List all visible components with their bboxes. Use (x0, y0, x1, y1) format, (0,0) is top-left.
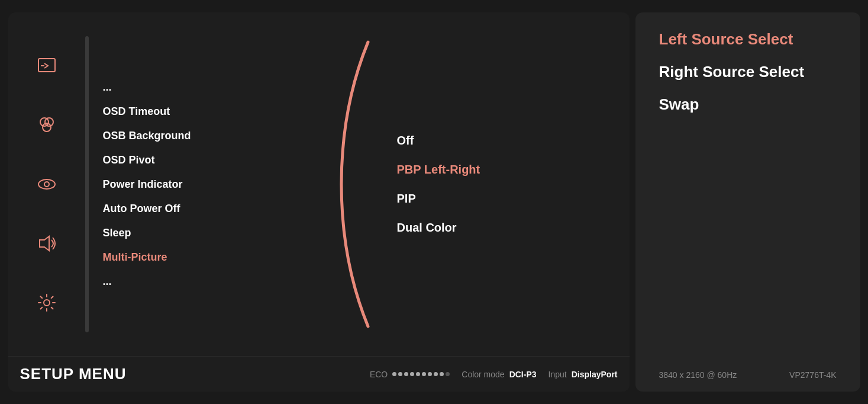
eco-dot-3 (404, 372, 408, 376)
color-icon[interactable] (32, 110, 62, 140)
eco-dot-5 (416, 372, 420, 376)
right-panel: Left Source Select Right Source Select S… (635, 12, 860, 392)
eco-dot-7 (428, 372, 432, 376)
eco-dots (392, 372, 450, 376)
input-icon[interactable] (32, 51, 62, 81)
menu-item-power-indicator[interactable]: Power Indicator (101, 174, 324, 195)
eye-icon[interactable] (32, 169, 62, 199)
svg-point-6 (44, 182, 49, 187)
eco-dot-6 (422, 372, 426, 376)
input-label: Input (548, 370, 567, 379)
eco-dot-8 (434, 372, 438, 376)
left-panel: ... OSD Timeout OSB Background OSD Pivot… (8, 12, 630, 392)
color-mode-indicator: Color mode DCI-P3 (462, 370, 536, 379)
menu-item-osd-timeout[interactable]: OSD Timeout (101, 101, 324, 123)
eco-label: ECO (370, 370, 388, 379)
menu-item-osb-background[interactable]: OSB Background (101, 125, 324, 147)
main-content: ... OSD Timeout OSB Background OSD Pivot… (8, 12, 630, 356)
audio-icon[interactable] (32, 229, 62, 258)
input-indicator: Input DisplayPort (548, 370, 618, 379)
menu-item-sleep[interactable]: Sleep (101, 222, 324, 244)
menu-item-osd-pivot[interactable]: OSD Pivot (101, 149, 324, 171)
setup-menu-title: SETUP MENU (20, 365, 127, 383)
option-pbp-left-right[interactable]: PBP Left-Right (395, 159, 618, 180)
eco-dot-2 (398, 372, 402, 376)
menu-item-multi-picture[interactable]: Multi-Picture (101, 246, 324, 268)
eco-indicator: ECO (370, 370, 450, 379)
menu-list: ... OSD Timeout OSB Background OSD Pivot… (89, 24, 335, 344)
right-item-right-source-select[interactable]: Right Source Select (659, 63, 837, 81)
color-mode-label: Color mode (462, 370, 504, 379)
right-resolution: 3840 x 2160 @ 60Hz (659, 370, 737, 380)
input-value: DisplayPort (572, 370, 618, 379)
right-item-left-source-select[interactable]: Left Source Select (659, 30, 837, 49)
right-item-swap[interactable]: Swap (659, 95, 837, 114)
svg-point-5 (38, 179, 55, 189)
right-model: VP2776T-4K (789, 370, 836, 380)
right-menu: Left Source Select Right Source Select S… (659, 30, 837, 114)
eco-dot-1 (392, 372, 396, 376)
menu-item-auto-power-off[interactable]: Auto Power Off (101, 198, 324, 220)
svg-point-4 (43, 123, 51, 132)
option-off[interactable]: Off (395, 130, 618, 151)
svg-point-8 (44, 300, 50, 306)
options-list: Off PBP Left-Right PIP Dual Color (383, 24, 630, 344)
color-mode-value: DCI-P3 (509, 370, 537, 379)
sidebar (8, 24, 85, 344)
option-dual-color[interactable]: Dual Color (395, 217, 618, 238)
curve-selector (335, 24, 383, 344)
right-status: 3840 x 2160 @ 60Hz VP2776T-4K (659, 370, 837, 380)
svg-marker-7 (40, 236, 49, 251)
settings-icon[interactable] (32, 288, 62, 318)
option-pip[interactable]: PIP (395, 188, 618, 209)
eco-dot-9 (440, 372, 444, 376)
status-bar: SETUP MENU ECO Color mode D (8, 356, 630, 392)
screen-container: ... OSD Timeout OSB Background OSD Pivot… (8, 12, 860, 392)
menu-item-dots-bottom[interactable]: ... (101, 271, 324, 293)
menu-item-dots-top[interactable]: ... (101, 76, 324, 98)
eco-dot-4 (410, 372, 414, 376)
eco-dot-10 (446, 372, 450, 376)
